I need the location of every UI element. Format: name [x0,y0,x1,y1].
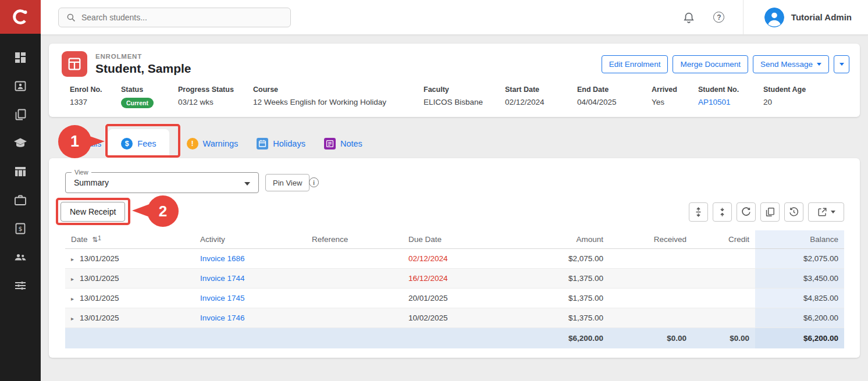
send-message-label: Send Message [760,60,813,69]
table-row[interactable]: ▸13/01/2025 Invoice 1746 10/02/2025 $1,3… [65,308,844,328]
totals-credit: $0.00 [692,328,755,349]
row-expander-icon[interactable]: ▸ [71,315,74,322]
dashboard-icon [13,51,27,65]
column-header-received[interactable]: Received [609,230,692,249]
column-header-amount[interactable]: Amount [501,230,609,249]
activity-cell: Invoice 1686 [194,249,306,269]
notifications-button[interactable] [681,10,696,25]
expand-rows-button[interactable] [689,202,708,222]
sidebar-item-contacts[interactable] [9,79,32,93]
info-icon[interactable]: i [309,177,319,187]
date-value: 13/01/2025 [80,314,119,322]
tab-holidays[interactable]: Holidays [247,129,315,158]
invoice-link[interactable]: Invoice 1745 [200,294,245,302]
chevron-down-icon [839,63,844,66]
tab-warnings[interactable]: ! Warnings [177,129,248,158]
invoice-link[interactable]: Invoice 1746 [200,314,245,322]
view-select[interactable]: View Summary [65,172,259,193]
activity-cell: Invoice 1745 [194,289,306,308]
totals-balance: $6,200.00 [755,328,844,349]
sort-icon: ⇅1 [92,236,101,244]
export-button[interactable] [808,202,844,222]
invoice-icon: $ [13,222,27,236]
column-header-activity[interactable]: Activity [194,230,306,249]
tab-label: Warnings [203,139,239,148]
help-button[interactable]: ? [712,10,727,25]
refresh-button[interactable] [737,202,756,222]
totals-received: $0.00 [609,328,692,349]
row-expander-icon[interactable]: ▸ [71,295,74,302]
field-value: Yes [652,98,698,106]
app-logo[interactable] [0,0,41,34]
chevron-down-icon [831,211,835,213]
received-cell [609,269,692,289]
field-label: Student No. [698,86,763,94]
enrolment-header-top: ENROLMENT Student, Sample Edit Enrolment… [49,44,860,77]
tab-notes[interactable]: Notes [315,129,372,158]
due-date-cell: 20/01/2025 [403,289,501,308]
amount-cell: $1,375.00 [501,269,609,289]
view-select-label: View [72,169,91,176]
sidebar-item-briefcase[interactable] [9,193,32,207]
topbar: ? Tutorial Admin [41,0,868,35]
field-faculty: Faculty ELICOS Bisbane [424,86,505,108]
merge-document-button[interactable]: Merge Document [673,55,748,73]
date-cell: ▸13/01/2025 [65,308,194,328]
sidebar-item-tables[interactable] [9,165,32,179]
people-icon [13,250,27,264]
user-avatar[interactable] [764,8,784,27]
sidebar: $ [0,0,41,381]
totals-empty [306,328,403,349]
field-label: Student Age [763,86,821,94]
page-title: Student, Sample [95,62,191,76]
amount-cell: $1,375.00 [501,308,609,328]
column-header-balance[interactable]: Balance [755,230,844,249]
field-label: Status [121,86,178,94]
table-row[interactable]: ▸13/01/2025 Invoice 1745 20/01/2025 $1,3… [65,289,844,308]
table-row[interactable]: ▸13/01/2025 Invoice 1686 02/12/2024 $2,0… [65,249,844,269]
enrolment-header-card: ENROLMENT Student, Sample Edit Enrolment… [49,44,860,117]
field-label: Progress Status [178,86,253,94]
student-no-link[interactable]: AP10501 [698,98,731,106]
chevron-down-icon [244,182,250,186]
amount-cell: $1,375.00 [501,289,609,308]
edit-enrolment-label: Edit Enrolment [609,60,661,69]
column-header-date[interactable]: Date ⇅1 [65,230,194,249]
received-cell [609,289,692,308]
user-name[interactable]: Tutorial Admin [791,12,852,22]
more-actions-button[interactable] [834,55,849,73]
row-expander-icon[interactable]: ▸ [71,256,74,262]
edit-enrolment-button[interactable]: Edit Enrolment [602,55,668,73]
sidebar-nav: $ [0,34,41,293]
balance-cell: $4,825.00 [755,289,844,308]
pin-view-button[interactable]: Pin View [265,174,310,191]
field-arrived: Arrived Yes [652,86,698,108]
column-header-reference[interactable]: Reference [306,230,403,249]
reference-cell [306,308,403,328]
sidebar-item-education[interactable] [9,136,32,150]
sidebar-item-people[interactable] [9,250,32,264]
invoice-link[interactable]: Invoice 1744 [200,274,245,283]
history-button[interactable] [784,202,803,222]
sidebar-item-documents[interactable] [9,108,32,122]
invoice-link[interactable]: Invoice 1686 [200,254,245,263]
duplicate-button[interactable] [760,202,780,222]
sidebar-item-settings[interactable] [9,279,32,293]
field-course: Course 12 Weeks English for Working Holi… [253,86,424,108]
collapse-rows-button[interactable] [713,202,732,222]
totals-empty [194,328,306,349]
column-header-credit[interactable]: Credit [692,230,755,249]
send-message-button[interactable]: Send Message [753,55,829,73]
due-date-cell: 16/12/2024 [403,269,501,289]
search-input[interactable] [81,13,283,22]
sidebar-item-invoice[interactable]: $ [9,222,32,236]
sidebar-item-dashboard[interactable] [9,51,32,65]
amount-cell: $2,075.00 [501,249,609,269]
field-value: 03/12 wks [178,98,253,106]
student-search[interactable] [58,8,291,27]
row-expander-icon[interactable]: ▸ [71,276,74,282]
totals-row: $6,200.00 $0.00 $0.00 $6,200.00 [65,328,844,349]
date-value: 13/01/2025 [80,294,119,302]
table-row[interactable]: ▸13/01/2025 Invoice 1744 16/12/2024 $1,3… [65,269,844,289]
column-header-due-date[interactable]: Due Date [403,230,501,249]
